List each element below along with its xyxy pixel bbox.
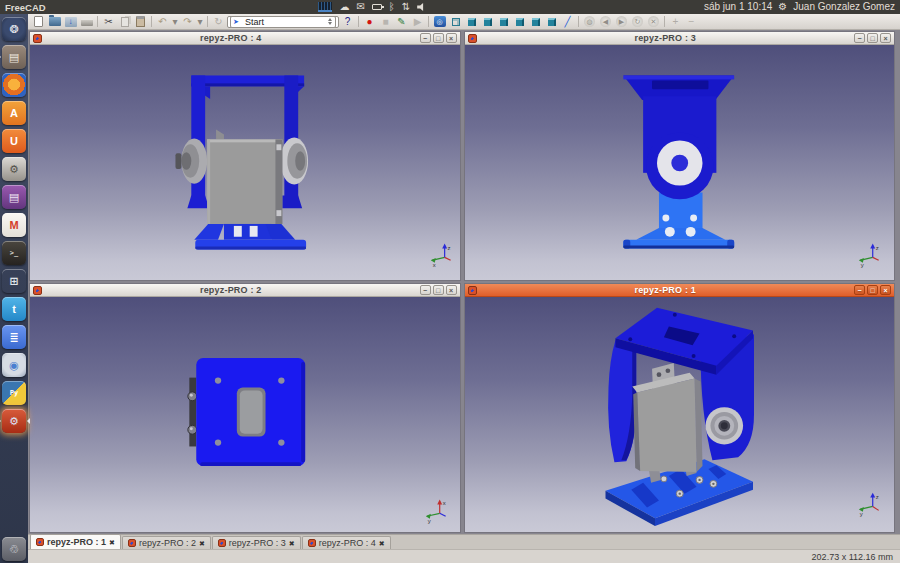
file-edit-toolbar: ↓ ✂ ↶ ▾ ↷ xyxy=(31,15,226,29)
close-button[interactable]: × xyxy=(880,33,891,43)
undo-button[interactable]: ↶ xyxy=(155,15,170,29)
minimize-button[interactable]: − xyxy=(420,33,431,43)
zoom-out-button[interactable]: − xyxy=(684,15,699,29)
twitter-icon[interactable]: t xyxy=(2,297,26,321)
nav-forward-button[interactable]: ▶ xyxy=(614,15,629,29)
tab-repyz-pro-3[interactable]: repyz-PRO : 3 ✖ xyxy=(212,536,301,549)
system-tray: ☁ ✉ ᛒ ⇅ xyxy=(318,2,426,12)
subwindow-repyz-pro-4: repyz-PRO : 4 − □ × xyxy=(29,31,461,281)
close-button[interactable]: × xyxy=(446,285,457,295)
unity-launcher: ❂ ▤ A U ⚙ ▤ M >_ ⊞ t ≣ ◉ Py ⚙ ♲ xyxy=(0,14,28,563)
maximize-button[interactable]: □ xyxy=(867,285,878,295)
files-icon[interactable]: ▤ xyxy=(2,45,26,69)
macro-edit-button[interactable]: ✎ xyxy=(394,15,409,29)
mail-indicator-icon[interactable]: ✉ xyxy=(356,2,364,12)
tab-close-icon[interactable]: ✖ xyxy=(289,540,295,547)
tab-close-icon[interactable]: ✖ xyxy=(199,540,205,547)
separator xyxy=(356,15,361,29)
username-menu[interactable]: Juan Gonzalez Gomez xyxy=(793,2,895,12)
view-axonometric-button[interactable] xyxy=(448,15,463,29)
tab-label: repyz-PRO : 4 xyxy=(319,538,376,548)
software-center-icon[interactable]: A xyxy=(2,101,26,125)
nav-refresh-button[interactable]: ↻ xyxy=(630,15,645,29)
minimize-button[interactable]: − xyxy=(854,33,865,43)
volume-indicator-icon[interactable] xyxy=(417,3,426,12)
nav-back-button[interactable]: ◀ xyxy=(598,15,613,29)
measure-distance-button[interactable]: ╱ xyxy=(560,15,575,29)
titlebar-repyz-pro-4[interactable]: repyz-PRO : 4 − □ × xyxy=(30,32,460,45)
view-bottom-button[interactable] xyxy=(528,15,543,29)
tab-close-icon[interactable]: ✖ xyxy=(379,540,385,547)
print-button[interactable] xyxy=(79,15,94,29)
maximize-button[interactable]: □ xyxy=(433,285,444,295)
python-icon[interactable]: Py xyxy=(2,381,26,405)
viewport-side-view[interactable]: z y xyxy=(465,45,895,280)
battery-indicator-icon[interactable] xyxy=(372,4,382,10)
open-document-button[interactable] xyxy=(47,15,62,29)
clock[interactable]: sáb jun 1 10:14 xyxy=(704,2,772,12)
system-load-indicator-icon[interactable] xyxy=(318,2,332,12)
tab-close-icon[interactable]: ✖ xyxy=(109,539,115,546)
maximize-button[interactable]: □ xyxy=(867,33,878,43)
workbench-icon: ➤ xyxy=(233,17,239,27)
web-browser-button[interactable]: ◍ xyxy=(582,15,597,29)
view-fit-all-button[interactable]: ◎ xyxy=(432,15,447,29)
view-left-button[interactable] xyxy=(544,15,559,29)
network-indicator-icon[interactable]: ⇅ xyxy=(402,2,410,12)
right-bearing-hub xyxy=(280,137,308,184)
ubuntu-one-icon[interactable]: U xyxy=(2,129,26,153)
view-front-button[interactable] xyxy=(464,15,479,29)
tab-repyz-pro-2[interactable]: repyz-PRO : 2 ✖ xyxy=(122,536,211,549)
freecad-launcher-icon[interactable]: ⚙ xyxy=(2,409,26,433)
macro-play-button[interactable]: ▶ xyxy=(410,15,425,29)
session-gear-icon[interactable]: ⚙ xyxy=(778,2,787,12)
viewport-top-view[interactable]: x y xyxy=(30,297,460,532)
cloud-sync-icon[interactable]: ☁ xyxy=(339,2,349,12)
workbench-selector[interactable]: ➤ Start xyxy=(227,16,339,28)
new-document-button[interactable] xyxy=(31,15,46,29)
google-docs-icon[interactable]: ≣ xyxy=(2,325,26,349)
chromium-icon[interactable]: ◉ xyxy=(2,353,26,377)
viewport-front-view[interactable]: z x xyxy=(30,45,460,280)
bluetooth-indicator-icon[interactable]: ᛒ xyxy=(389,2,395,12)
firefox-icon[interactable] xyxy=(2,73,26,97)
nav-stop-button[interactable]: ✕ xyxy=(646,15,661,29)
view-right-button[interactable] xyxy=(496,15,511,29)
view-rear-button[interactable] xyxy=(512,15,527,29)
trash-icon[interactable]: ♲ xyxy=(2,537,26,561)
titlebar-repyz-pro-1[interactable]: repyz-PRO : 1 − □ × xyxy=(465,284,895,297)
tab-repyz-pro-1[interactable]: repyz-PRO : 1 ✖ xyxy=(30,534,121,549)
save-button[interactable]: ↓ xyxy=(63,15,78,29)
whats-this-button[interactable]: ? xyxy=(340,15,355,29)
copy-button[interactable] xyxy=(117,15,132,29)
gmail-icon[interactable]: M xyxy=(2,213,26,237)
zoom-in-button[interactable]: + xyxy=(668,15,683,29)
paste-button[interactable] xyxy=(133,15,148,29)
tab-repyz-pro-4[interactable]: repyz-PRO : 4 ✖ xyxy=(302,536,391,549)
minimize-button[interactable]: − xyxy=(420,285,431,295)
cut-button[interactable]: ✂ xyxy=(101,15,116,29)
maximize-button[interactable]: □ xyxy=(433,33,444,43)
window-title: repyz-PRO : 2 xyxy=(45,285,417,295)
redo-button[interactable]: ↷ xyxy=(180,15,195,29)
axis-cross-icon: z y xyxy=(858,493,878,518)
purple-app-icon[interactable]: ▤ xyxy=(2,185,26,209)
macro-stop-button[interactable]: ■ xyxy=(378,15,393,29)
close-button[interactable]: × xyxy=(880,285,891,295)
combo-spin-arrows[interactable] xyxy=(328,18,333,25)
redo-dropdown-arrow[interactable]: ▾ xyxy=(196,15,204,29)
system-settings-icon[interactable]: ⚙ xyxy=(2,157,26,181)
terminal-icon[interactable]: >_ xyxy=(2,241,26,265)
macro-record-button[interactable]: ● xyxy=(362,15,377,29)
titlebar-repyz-pro-3[interactable]: repyz-PRO : 3 − □ × xyxy=(465,32,895,45)
view-top-button[interactable] xyxy=(480,15,495,29)
titlebar-repyz-pro-2[interactable]: repyz-PRO : 2 − □ × xyxy=(30,284,460,297)
undo-dropdown-arrow[interactable]: ▾ xyxy=(171,15,179,29)
workspace-switcher-icon[interactable]: ⊞ xyxy=(2,269,26,293)
minimize-button[interactable]: − xyxy=(854,285,865,295)
ubuntu-dash-button[interactable]: ❂ xyxy=(2,17,26,41)
bearing-disc xyxy=(656,140,702,185)
close-button[interactable]: × xyxy=(446,33,457,43)
viewport-axonometric-view[interactable]: z y xyxy=(465,297,895,532)
refresh-button[interactable]: ↻ xyxy=(211,15,226,29)
